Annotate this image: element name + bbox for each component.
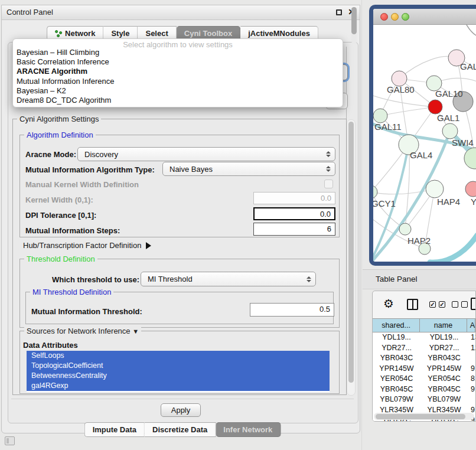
tab-label: Discretize Data	[152, 425, 207, 434]
float-window-icon[interactable]	[336, 9, 342, 15]
network-node-label: SWI4	[452, 138, 474, 148]
algorithm-option[interactable]: Basic Correlation Inference	[13, 57, 343, 67]
table-row[interactable]: YBR045CYBR045C9.	[373, 384, 475, 395]
tab-discretize-data[interactable]: Discretize Data	[145, 422, 216, 437]
select-all-checkbox-icon[interactable]: ✓	[439, 301, 445, 308]
table-cell: YBR045C	[373, 384, 420, 395]
settings-gear-icon[interactable]: ⚙	[383, 296, 394, 311]
table-row[interactable]: YBL079WYBL079W	[373, 394, 475, 405]
table-cell: 13	[468, 332, 475, 343]
mi-threshold-definition-title: MI Threshold Definition	[30, 288, 113, 296]
table-row[interactable]: YBR043CYBR043C	[373, 353, 475, 364]
control-panel-window: Control Panel ✕ NetworkStyleSelectCyni T…	[1, 5, 360, 433]
which-threshold-combobox[interactable]: MI Threshold	[141, 272, 316, 286]
manual-kernel-width-checkbox[interactable]	[324, 180, 333, 188]
table-row[interactable]: YDR27...YDR27...12	[373, 343, 475, 354]
attribute-item[interactable]: SelfLoops	[27, 351, 330, 361]
clear-checkbox-icon[interactable]	[461, 301, 468, 308]
network-node-label: Y	[471, 197, 476, 207]
table-cell: YBR043C	[420, 353, 468, 364]
network-node-label: HAP2	[407, 236, 431, 246]
algorithm-definition-title: Algorithm Definition	[24, 131, 96, 139]
table-toolbar: ⚙ ✓ ✓	[373, 291, 475, 318]
close-button[interactable]	[380, 13, 388, 21]
application-stage: Control Panel ✕ NetworkStyleSelectCyni T…	[0, 0, 476, 450]
network-node-y[interactable]	[465, 181, 476, 197]
tab-infer-network[interactable]: Infer Network	[216, 422, 281, 437]
tab-label: Style	[111, 29, 129, 38]
network-edge	[373, 96, 435, 107]
network-node-hap4[interactable]	[426, 180, 444, 198]
panel-divider[interactable]	[361, 0, 362, 450]
table-column-header[interactable]: A	[467, 319, 475, 332]
apply-button[interactable]: Apply	[161, 403, 201, 417]
mi-steps-input[interactable]: 6	[253, 223, 335, 236]
algorithm-option[interactable]: Bayesian – Hill Climbing	[13, 48, 343, 57]
network-canvas[interactable]: GALGAL80GAL10GAL1GAL11SWI4GAL4GCY1HAP4YH…	[373, 25, 476, 262]
mi-algorithm-type-combobox[interactable]: Naive Bayes	[162, 162, 335, 176]
which-threshold-label: Which threshold to use:	[52, 275, 139, 284]
clear-checkbox-icon[interactable]	[452, 301, 458, 308]
algorithm-option[interactable]: Mutual Information Inference	[13, 77, 343, 86]
network-node-label: HAP4	[437, 197, 460, 207]
aracne-mode-value: Discovery	[84, 150, 118, 159]
settings-scrollbar[interactable]	[347, 119, 356, 396]
network-node-label: GAL	[460, 61, 476, 71]
docked-panel-icon[interactable]	[5, 436, 15, 445]
mi-steps-label: Mutual Information Steps:	[25, 226, 120, 235]
dpi-tolerance-label: DPI Tolerance [0,1]:	[25, 211, 96, 220]
network-edge	[380, 107, 435, 116]
table-horizontal-scrollbar[interactable]	[374, 413, 474, 420]
attribute-item[interactable]: gal4RGexp	[27, 381, 330, 391]
select-all-checkbox-icon[interactable]: ✓	[429, 301, 436, 308]
table-row[interactable]: YPR145WYPR145W9.	[373, 364, 475, 374]
dpi-tolerance-input[interactable]: 0.0	[253, 207, 335, 220]
network-node-swi4[interactable]	[442, 123, 458, 139]
hub-definition-expander[interactable]: Hub/Transcription Factor Definition	[23, 241, 151, 250]
algorithm-option[interactable]: Bayesian – K2	[13, 86, 343, 96]
table-cell	[468, 394, 475, 405]
collapse-arrow-icon: ▼	[132, 328, 139, 335]
table-cell: YBR043C	[373, 353, 420, 364]
algorithm-option[interactable]: ARACNE Algorithm	[13, 67, 343, 76]
tab-label: Infer Network	[223, 425, 272, 434]
table-column-header[interactable]: shared...	[373, 319, 420, 332]
tab-impute-data[interactable]: Impute Data	[84, 422, 145, 437]
split-columns-icon[interactable]	[407, 299, 418, 310]
attribute-item[interactable]: TopologicalCoefficient	[27, 361, 330, 371]
network-view-window[interactable]: GALGAL80GAL10GAL1GAL11SWI4GAL4GCY1HAP4YH…	[369, 5, 476, 266]
algorithm-dropdown-placeholder: Select algorithm to view settings	[13, 39, 343, 48]
algorithm-option[interactable]: Dream8 DC_TDC Algorithm	[13, 96, 343, 105]
document-icon[interactable]	[471, 298, 476, 310]
mi-threshold-input[interactable]: 0.5	[250, 303, 334, 317]
network-edge	[399, 57, 457, 79]
network-node-gcy1[interactable]	[373, 185, 377, 198]
network-edge	[467, 25, 476, 36]
network-node-label: GAL80	[387, 84, 415, 94]
network-window-titlebar	[373, 9, 476, 25]
network-node-hap2[interactable]	[399, 223, 411, 235]
which-threshold-value: MI Threshold	[148, 275, 193, 283]
table-cell: YDL19...	[373, 332, 420, 343]
sources-group-title[interactable]: Sources for Network Inference ▼	[24, 327, 141, 335]
attribute-item[interactable]: BetweennessCentrality	[27, 371, 330, 381]
network-node-gal11[interactable]	[373, 109, 387, 123]
table-row[interactable]: YER054CYER054C8.	[373, 374, 475, 384]
network-node-label: GCY1	[373, 198, 396, 208]
cyni-algorithm-settings-title: Cyni Algorithm Settings	[17, 115, 101, 123]
data-attributes-list[interactable]: SelfLoopsTopologicalCoefficientBetweenne…	[27, 351, 330, 392]
table-row[interactable]: YDL19...YDL19...13	[373, 332, 475, 343]
table-cell: YBR045C	[420, 384, 468, 395]
aracne-mode-combobox[interactable]: Discovery	[77, 147, 335, 161]
table-panel-bar: Table Panel	[363, 269, 476, 289]
network-node-gal1[interactable]	[428, 100, 442, 114]
attributes-scrollbar[interactable]	[351, 7, 357, 44]
minimize-button[interactable]	[391, 13, 399, 21]
kernel-width-input[interactable]: 0.0	[253, 192, 335, 204]
hub-definition-label: Hub/Transcription Factor Definition	[23, 241, 141, 250]
table-column-header[interactable]: name	[420, 319, 467, 332]
zoom-button[interactable]	[402, 13, 409, 21]
control-panel-titlebar: Control Panel ✕	[2, 5, 360, 20]
table-cell: YDR27...	[420, 343, 468, 354]
network-node-label: GAL4	[410, 150, 432, 160]
